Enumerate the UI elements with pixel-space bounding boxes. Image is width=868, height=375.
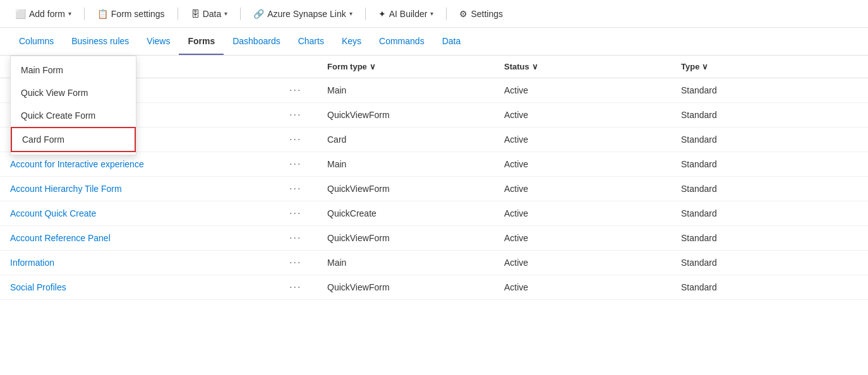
- tab-nav-container: Columns Business rules Views Forms Dashb…: [0, 28, 868, 56]
- table-row: Information ··· Main Active Standard: [0, 251, 868, 275]
- ai-icon: ✦: [378, 9, 386, 19]
- table-row: Account Hierarchy Tile Form ··· QuickVie…: [0, 177, 868, 201]
- tab-keys[interactable]: Keys: [333, 28, 370, 55]
- table-row: Account for Interactive experience ··· M…: [0, 152, 868, 177]
- data-button[interactable]: 🗄 Data ▾: [186, 6, 233, 21]
- row-type-4: Standard: [681, 184, 858, 194]
- form-settings-icon: 📋: [97, 9, 108, 19]
- add-form-dropdown: Main Form Quick View Form Quick Create F…: [10, 56, 136, 155]
- col-header-type[interactable]: Type ∨: [681, 62, 858, 71]
- row-type-2: Standard: [681, 134, 858, 145]
- row-form-type-3: Main: [327, 159, 504, 169]
- row-form-type-8: QuickViewForm: [327, 282, 504, 292]
- add-form-button[interactable]: ⬜ Add form ▾: [10, 6, 76, 21]
- tab-columns[interactable]: Columns: [10, 28, 63, 55]
- page-wrapper: ⬜ Add form ▾ 📋 Form settings 🗄 Data ▾ 🔗 …: [0, 0, 868, 375]
- ai-chevron: ▾: [430, 10, 433, 17]
- table-row: Social Profiles ··· QuickViewForm Active…: [0, 275, 868, 300]
- col-header-form-type[interactable]: Form type ∨: [327, 62, 504, 71]
- row-name-8[interactable]: Social Profiles: [10, 282, 289, 292]
- tab-dashboards[interactable]: Dashboards: [224, 28, 289, 55]
- row-ellipsis-3[interactable]: ···: [289, 158, 327, 170]
- row-ellipsis-8[interactable]: ···: [289, 282, 327, 293]
- tab-forms[interactable]: Forms: [179, 28, 224, 55]
- data-chevron: ▾: [224, 10, 227, 17]
- row-type-1: Standard: [681, 110, 858, 120]
- type-sort-icon: ∨: [702, 62, 708, 71]
- ai-builder-label: AI Builder: [389, 9, 428, 19]
- row-type-6: Standard: [681, 233, 858, 243]
- azure-synapse-label: Azure Synapse Link: [267, 9, 346, 19]
- azure-synapse-button[interactable]: 🔗 Azure Synapse Link ▾: [248, 6, 358, 21]
- status-sort-icon: ∨: [532, 62, 538, 71]
- data-icon: 🗄: [191, 9, 200, 19]
- row-status-2: Active: [504, 134, 681, 145]
- col-header-actions: [289, 62, 327, 71]
- row-form-type-0: Main: [327, 85, 504, 95]
- tab-nav: Columns Business rules Views Forms Dashb…: [0, 28, 868, 56]
- row-status-6: Active: [504, 233, 681, 243]
- settings-button[interactable]: ⚙ Settings: [454, 6, 508, 21]
- form-icon: ⬜: [15, 9, 26, 19]
- row-status-0: Active: [504, 85, 681, 95]
- row-name-7[interactable]: Information: [10, 258, 289, 268]
- form-type-sort-icon: ∨: [370, 62, 376, 71]
- row-name-6[interactable]: Account Reference Panel: [10, 233, 289, 243]
- add-form-label: Add form: [29, 9, 65, 19]
- dropdown-quick-view-form[interactable]: Quick View Form: [11, 81, 136, 104]
- row-ellipsis-4[interactable]: ···: [289, 183, 327, 194]
- settings-label: Settings: [471, 9, 503, 19]
- row-form-type-5: QuickCreate: [327, 208, 504, 218]
- row-status-4: Active: [504, 184, 681, 194]
- row-ellipsis-7[interactable]: ···: [289, 257, 327, 268]
- tab-commands[interactable]: Commands: [370, 28, 433, 55]
- tab-views[interactable]: Views: [138, 28, 179, 55]
- row-name-4[interactable]: Account Hierarchy Tile Form: [10, 184, 289, 194]
- dropdown-main-form[interactable]: Main Form: [11, 59, 136, 81]
- row-ellipsis-5[interactable]: ···: [289, 208, 327, 219]
- tab-data[interactable]: Data: [433, 28, 470, 55]
- row-form-type-7: Main: [327, 258, 504, 268]
- row-name-5[interactable]: Account Quick Create: [10, 208, 289, 218]
- divider-2: [178, 8, 178, 20]
- row-ellipsis-0[interactable]: ···: [289, 85, 327, 96]
- synapse-icon: 🔗: [253, 9, 264, 19]
- row-form-type-6: QuickViewForm: [327, 233, 504, 243]
- row-ellipsis-2[interactable]: ···: [289, 134, 327, 145]
- row-type-0: Standard: [681, 85, 858, 95]
- ai-builder-button[interactable]: ✦ AI Builder ▾: [373, 6, 439, 21]
- row-ellipsis-1[interactable]: ···: [289, 109, 327, 121]
- table-row: Account Reference Panel ··· QuickViewFor…: [0, 226, 868, 251]
- row-status-5: Active: [504, 208, 681, 218]
- row-status-1: Active: [504, 110, 681, 120]
- synapse-chevron: ▾: [349, 10, 353, 17]
- divider-5: [446, 8, 447, 20]
- row-name-3[interactable]: Account for Interactive experience: [10, 159, 289, 169]
- col-header-status[interactable]: Status ∨: [504, 62, 681, 71]
- row-status-7: Active: [504, 258, 681, 268]
- tab-business-rules[interactable]: Business rules: [63, 28, 138, 55]
- form-settings-label: Form settings: [111, 9, 165, 19]
- row-type-3: Standard: [681, 159, 858, 169]
- toolbar: ⬜ Add form ▾ 📋 Form settings 🗄 Data ▾ 🔗 …: [0, 0, 868, 28]
- dropdown-quick-create-form[interactable]: Quick Create Form: [11, 104, 136, 127]
- gear-icon: ⚙: [459, 9, 467, 19]
- row-type-5: Standard: [681, 208, 858, 218]
- row-ellipsis-6[interactable]: ···: [289, 232, 327, 244]
- divider-1: [84, 8, 85, 20]
- row-status-8: Active: [504, 282, 681, 292]
- row-type-7: Standard: [681, 258, 858, 268]
- add-form-chevron: ▾: [68, 10, 71, 17]
- data-label: Data: [203, 9, 222, 19]
- row-type-8: Standard: [681, 282, 858, 292]
- divider-3: [240, 8, 241, 20]
- dropdown-card-form[interactable]: Card Form: [11, 127, 136, 152]
- row-form-type-4: QuickViewForm: [327, 184, 504, 194]
- form-settings-button[interactable]: 📋 Form settings: [92, 6, 170, 21]
- row-form-type-1: QuickViewForm: [327, 110, 504, 120]
- table-row: Account Quick Create ··· QuickCreate Act…: [0, 201, 868, 226]
- divider-4: [365, 8, 366, 20]
- row-form-type-2: Card: [327, 134, 504, 145]
- tab-charts[interactable]: Charts: [289, 28, 333, 55]
- row-status-3: Active: [504, 159, 681, 169]
